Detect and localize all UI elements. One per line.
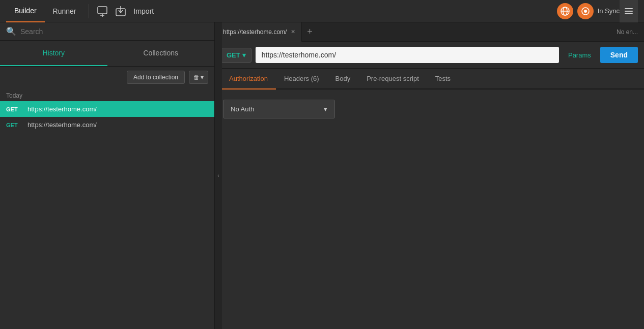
today-section-label: Today [0,88,214,101]
svg-rect-0 [98,7,107,14]
history-item[interactable]: GET https://testerhome.com/ [0,117,214,133]
tabs-bar: https://testerhome.com/ ✕ + No en... [215,22,644,42]
tab-body[interactable]: Body [327,69,359,89]
svg-point-9 [584,10,587,13]
url-bar: GET ▾ Params Send [215,42,644,69]
history-tab-label: History [42,49,65,57]
collections-tab[interactable]: Collections [107,41,215,66]
add-to-collection-button[interactable]: Add to collection [127,71,185,84]
sync-label: In Sync [598,7,620,15]
collections-tab-label: Collections [144,49,178,57]
sync-area: In Sync [557,3,620,19]
tab-headers[interactable]: Headers (6) [276,69,327,89]
nav-divider [89,4,89,18]
method-label: GET [227,51,240,59]
search-bar: 🔍 [0,22,214,41]
sidebar-toolbar: Add to collection 🗑 ▾ [0,67,214,88]
main-layout: 🔍 History Collections Add to collection … [0,22,644,329]
url-input[interactable] [256,47,559,63]
method-badge: GET [6,106,22,112]
menu-button[interactable] [620,0,638,22]
collapse-sidebar-handle[interactable]: ‹ [215,22,222,329]
new-request-icon[interactable] [93,2,111,20]
svg-rect-12 [625,13,633,14]
tab-tests[interactable]: Tests [427,69,459,89]
search-input[interactable] [20,27,208,36]
sync-icon[interactable] [577,3,594,19]
no-environment-label: No en... [610,28,644,36]
method-select[interactable]: GET ▾ [221,48,251,63]
import-label: Import [134,7,154,15]
builder-tab[interactable]: Builder [6,0,45,22]
auth-type-dropdown[interactable]: No Auth ▾ [223,100,335,118]
method-chevron-icon: ▾ [242,51,246,59]
params-button[interactable]: Params [563,48,596,62]
auth-type-value: No Auth [231,105,254,113]
delete-button[interactable]: 🗑 ▾ [189,71,208,84]
trash-icon: 🗑 [193,74,200,81]
history-tab[interactable]: History [0,41,107,66]
sidebar: 🔍 History Collections Add to collection … [0,22,215,329]
builder-tab-label: Builder [14,7,37,15]
chevron-left-icon: ‹ [217,173,219,178]
item-url: https://testerhome.com/ [27,121,97,129]
import-button[interactable]: Import [130,7,158,15]
import-icon[interactable] [111,2,130,20]
runner-tab[interactable]: Runner [45,0,85,22]
item-url: https://testerhome.com/ [27,105,97,113]
svg-rect-10 [625,8,633,9]
search-icon: 🔍 [6,26,16,36]
runner-tab-label: Runner [53,7,76,15]
svg-rect-11 [625,11,633,12]
delete-dropdown-icon: ▾ [201,74,204,81]
auth-area: No Auth ▾ [215,89,644,129]
add-tab-button[interactable]: + [302,24,317,40]
history-item[interactable]: GET https://testerhome.com/ [0,101,214,117]
request-tabs: Authorization Headers (6) Body Pre-reque… [215,69,644,89]
method-badge: GET [6,122,22,128]
send-button[interactable]: Send [600,47,638,63]
content-area: https://testerhome.com/ ✕ + No en... GET… [215,22,644,329]
tab-pre-request-script[interactable]: Pre-request script [358,69,427,89]
close-tab-icon[interactable]: ✕ [291,28,295,35]
tab-authorization[interactable]: Authorization [221,69,276,89]
request-tab[interactable]: https://testerhome.com/ ✕ [217,22,302,42]
top-nav: Builder Runner Import [0,0,644,22]
globe-icon[interactable] [557,3,573,19]
auth-dropdown-chevron-icon: ▾ [324,105,327,113]
sidebar-tabs: History Collections [0,41,214,67]
request-tab-label: https://testerhome.com/ [223,28,287,36]
